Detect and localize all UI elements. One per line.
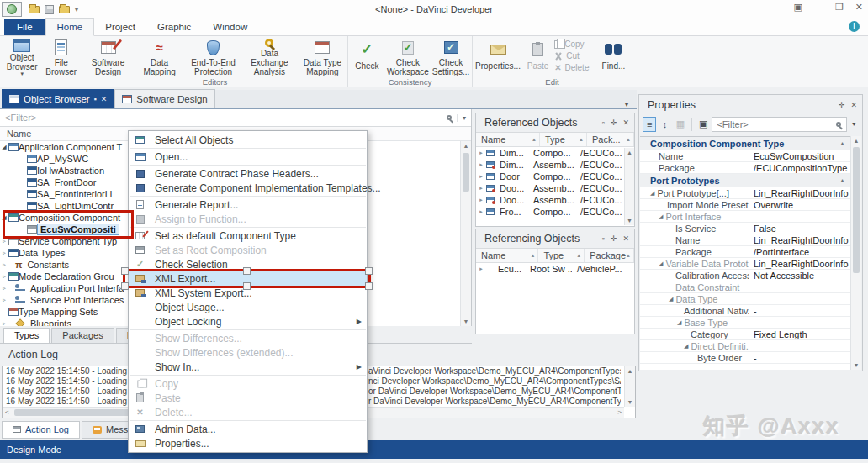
menu-item-generate-contract-phase-headers[interactable]: Generate Contract Phase Headers... [129, 166, 367, 181]
help-icon[interactable]: i [849, 21, 860, 32]
property-row[interactable]: ◢Variable Data Protot...Lin_RearRightDoo… [640, 258, 850, 270]
property-row[interactable]: NameEcuSwComposition [640, 150, 850, 162]
property-row[interactable]: Byte Order- [640, 352, 850, 364]
close-tab-icon[interactable]: ✕ [101, 95, 108, 103]
menu-item-show-differences[interactable]: Show Differences... [129, 331, 367, 345]
table-row[interactable]: ▸DoorCompo.../ECUCo... [476, 171, 624, 182]
table-row[interactable]: ▸Ecu...Root Sw .../VehicleP... [476, 263, 634, 275]
table-row[interactable]: ▸Doo...Assemb.../ECUCo... [476, 182, 624, 194]
property-row[interactable]: Data Constraint [640, 281, 850, 293]
float-icon[interactable]: ▫ [602, 234, 605, 243]
property-row[interactable]: Import Mode PresetOverwrite [640, 199, 850, 211]
column-name[interactable]: Name▲ [476, 133, 540, 146]
pin-icon[interactable]: ✛ [611, 234, 617, 243]
categorized-view-button[interactable]: ≡ [643, 117, 656, 132]
filter-search-icon[interactable] [447, 115, 452, 120]
open-recent-icon[interactable] [59, 6, 70, 13]
menu-item-show-in[interactable]: Show In...▶ [129, 360, 367, 374]
properties-button[interactable]: Properties... [474, 37, 521, 76]
properties-scrollbar[interactable]: ▲▼ [850, 136, 861, 370]
menu-item-show-differences-extended[interactable]: Show Differences (extended)... [129, 345, 367, 360]
column-package[interactable]: Package▲ [585, 249, 634, 262]
copy-button[interactable]: Copy [554, 39, 597, 49]
tab-project[interactable]: Project [94, 19, 146, 35]
property-row[interactable]: CategoryFixed Length [640, 329, 850, 340]
save-icon[interactable] [45, 5, 54, 14]
ribbon-options-icon[interactable]: ▣ [794, 2, 802, 13]
minimize-button[interactable]: — [814, 2, 823, 13]
property-row[interactable]: ◢Direct Definiti... [640, 340, 850, 352]
column-type[interactable]: Type▲ [538, 249, 585, 262]
property-row[interactable]: ◢Port Prototype[...]Lin_RearRightDoorInf… [640, 187, 850, 199]
column-package[interactable]: Pack...▲ [587, 133, 634, 146]
tab-types[interactable]: Types [3, 328, 50, 343]
menu-item-generate-report[interactable]: Generate Report... [129, 197, 367, 212]
menu-item-copy[interactable]: Copy [129, 376, 367, 391]
property-row[interactable]: NameLin_RearRightDoorInfo [640, 234, 850, 246]
referenced-objects-scrollbar[interactable]: ▲▼ [624, 148, 634, 225]
menu-item-admin-data[interactable]: Admin Data... [129, 422, 367, 436]
app-menu-button[interactable] [2, 2, 22, 17]
property-row[interactable]: Is ServiceFalse [640, 223, 850, 234]
table-row[interactable]: ▸Fro...Compo.../ECUCo... [476, 206, 624, 218]
menu-item-generate-component-implementation-templates[interactable]: Generate Component Implementation Templa… [129, 181, 367, 195]
property-row[interactable]: ◢Data Type [640, 293, 850, 305]
menu-item-select-all-objects[interactable]: Select All Objects [129, 133, 367, 147]
table-row[interactable]: ▸Dim...Compo.../ECUCo... [476, 147, 624, 159]
cut-button[interactable]: Cut [554, 51, 597, 61]
file-browser-button[interactable]: File Browser [42, 37, 80, 76]
tab-home[interactable]: Home [45, 18, 95, 36]
open-workspace-icon[interactable] [29, 6, 40, 13]
property-row[interactable]: Calibration AccessNot Accessible [640, 270, 850, 281]
tab-graphic[interactable]: Graphic [146, 19, 202, 35]
properties-filter-input[interactable] [712, 119, 836, 129]
paste-button[interactable]: Paste [521, 37, 554, 76]
column-name[interactable]: Name▲ [476, 249, 538, 262]
property-row[interactable]: Package/PortInterface [640, 246, 850, 258]
tab-file[interactable]: File [4, 19, 45, 35]
data-mapping-button[interactable]: ≈ Data Mapping [132, 37, 187, 76]
menu-item-set-as-default-component-type[interactable]: Set as default Component Type [129, 229, 367, 243]
section-header[interactable]: Port Prototypes▲ [640, 174, 850, 187]
menu-item-paste[interactable]: Paste [129, 391, 367, 405]
tab-software-design[interactable]: Software Design [114, 89, 214, 108]
menu-item-check-selection[interactable]: ✓Check Selection [129, 257, 367, 271]
end-to-end-protection-button[interactable]: End-To-End Protection [187, 37, 240, 76]
properties-filter-dropdown-icon[interactable]: ▾ [849, 117, 859, 132]
close-icon[interactable]: ✕ [622, 234, 629, 243]
check-settings-button[interactable]: ✓ Check Settings... [431, 37, 470, 76]
menu-item-object-usage[interactable]: Object Usage... [129, 300, 367, 314]
property-row[interactable]: ◢Base Type [640, 317, 850, 329]
sort-alphabetical-button[interactable]: ↕ [658, 117, 671, 132]
tab-action-log[interactable]: Action Log [2, 421, 80, 439]
menu-item-xml-export[interactable]: XML Export... [129, 271, 367, 286]
pin-icon[interactable]: ✛ [839, 101, 845, 109]
object-browser-button[interactable]: Object Browser ▾ [2, 37, 42, 76]
menu-item-delete[interactable]: ✕Delete... [129, 405, 367, 419]
data-type-mapping-button[interactable]: Data Type Mapping [299, 37, 346, 76]
property-row[interactable]: Additional Nativ...- [640, 305, 850, 317]
table-row[interactable]: ▸Doo...Assemb.../ECUCo... [476, 194, 624, 206]
menu-item-properties[interactable]: Properties... [129, 436, 367, 450]
close-button[interactable]: ✕ [855, 2, 863, 13]
filter-dropdown-icon[interactable]: ▾ [457, 114, 471, 122]
properties-search-icon[interactable] [836, 122, 841, 127]
log-vertical-scrollbar[interactable]: ▲▼ [624, 366, 635, 407]
table-row[interactable]: ▸Dim...Assemb.../ECUCo... [476, 159, 624, 171]
tab-object-browser[interactable]: Object Browser ▪ ✕ [2, 89, 114, 108]
check-workspace-button[interactable]: ✓ Check Workspace [384, 37, 431, 76]
section-header[interactable]: Composition Component Type▲ [640, 137, 850, 150]
menu-item-assign-to-function[interactable]: Assign to Function... [129, 212, 367, 226]
tab-list-dropdown-icon[interactable]: ▾ [625, 101, 628, 108]
tree-filter-input[interactable] [0, 110, 447, 126]
float-icon[interactable]: ▫ [602, 118, 605, 127]
menu-item-set-as-root-composition[interactable]: Set as Root Composition [129, 243, 367, 257]
grid-view-button[interactable]: ▦ [674, 117, 687, 132]
find-button[interactable]: Find... [597, 37, 630, 76]
restore-button[interactable]: ❐ [835, 2, 844, 13]
property-row[interactable]: Package/ECUCompositionType [640, 162, 850, 174]
tab-window[interactable]: Window [202, 19, 258, 35]
data-exchange-analysis-button[interactable]: Data Exchange Analysis [240, 37, 299, 76]
tab-packages[interactable]: Packages [51, 328, 114, 343]
close-icon[interactable]: ✕ [622, 118, 629, 127]
